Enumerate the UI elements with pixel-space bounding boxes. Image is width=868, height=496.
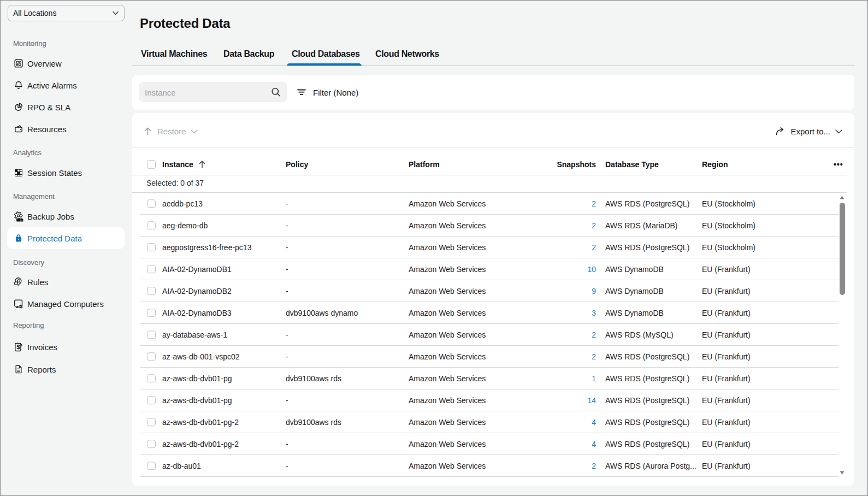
svg-text:$: $ bbox=[16, 343, 20, 350]
